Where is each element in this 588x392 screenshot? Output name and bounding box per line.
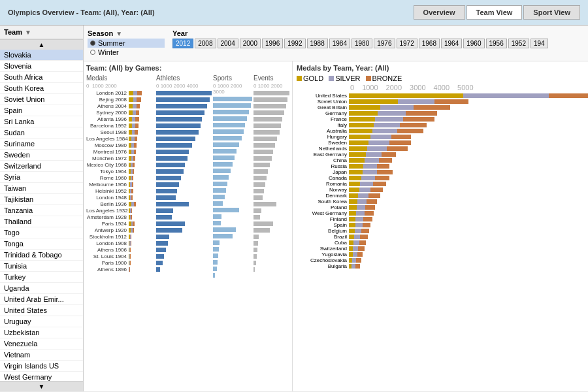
year-chip[interactable]: 1992 xyxy=(284,39,305,48)
bar-row: Amsterdam 1928 xyxy=(86,214,155,220)
medal-bar-row: Yugoslavia xyxy=(297,252,584,257)
sport-bar-row xyxy=(213,188,252,193)
medal-bar-row: Bulgaria xyxy=(297,263,584,269)
medal-bar-row: Netherlands xyxy=(297,146,584,151)
medal-bar-row: Switzerland xyxy=(297,246,584,251)
year-chip[interactable]: 1972 xyxy=(397,39,417,48)
bar-row: Tokyo 1964 xyxy=(86,169,155,174)
medal-bar-row: France xyxy=(297,116,584,122)
event-bar-row xyxy=(253,188,289,194)
medal-bar-row: China xyxy=(297,157,584,163)
athlete-bar-row xyxy=(156,182,212,188)
team-item[interactable]: Tonga xyxy=(0,238,83,250)
team-item[interactable]: Suriname xyxy=(0,139,83,150)
athlete-bar-row xyxy=(156,221,212,227)
medal-bar-row: Romania xyxy=(297,181,584,186)
nav-tabs: Overview Team View Sport View xyxy=(414,5,580,20)
sport-bar-row xyxy=(213,227,252,233)
season-summer[interactable]: Summer xyxy=(88,39,165,48)
scrollbar-down[interactable]: ▼ xyxy=(0,381,83,391)
filter-icon[interactable]: ▼ xyxy=(25,29,31,36)
season-label: Season xyxy=(88,29,113,37)
year-chip[interactable]: 2008 xyxy=(195,39,216,48)
team-list-scroll[interactable]: SlovakiaSloveniaSouth AfricaSouth KoreaS… xyxy=(0,50,83,381)
year-chip[interactable]: 1980 xyxy=(351,39,372,48)
sport-bar-row xyxy=(213,181,252,187)
team-item[interactable]: Vietnam xyxy=(0,350,83,361)
year-chip[interactable]: 1988 xyxy=(307,39,328,48)
bar-row: Bejing 2008 xyxy=(86,97,155,103)
team-item[interactable]: United States xyxy=(0,305,83,316)
team-item[interactable]: South Korea xyxy=(0,83,83,94)
medal-bar-row: Finland xyxy=(297,216,584,221)
year-chip[interactable]: 1956 xyxy=(486,39,507,48)
season-filter-icon[interactable]: ▼ xyxy=(116,30,122,37)
team-item[interactable]: West Germany xyxy=(0,372,83,381)
team-item[interactable]: Sudan xyxy=(0,127,83,139)
team-item[interactable]: Sweden xyxy=(0,150,83,161)
team-item[interactable]: Tunisia xyxy=(0,261,83,272)
team-item[interactable]: Uruguay xyxy=(0,316,83,327)
team-item[interactable]: United Arab Emir... xyxy=(0,294,83,305)
athlete-bar-row xyxy=(156,260,212,266)
year-chip[interactable]: 2000 xyxy=(240,39,261,48)
team-item[interactable]: Trinidad & Tobago xyxy=(0,250,83,261)
season-winter[interactable]: Winter xyxy=(88,48,165,57)
team-item[interactable]: Togo xyxy=(0,227,83,238)
athlete-bar-row xyxy=(156,188,212,194)
year-chip[interactable]: 1964 xyxy=(441,39,462,48)
medal-bar-row: Czechoslovakia xyxy=(297,257,584,263)
year-chip[interactable]: 1952 xyxy=(508,39,529,48)
team-item[interactable]: Tajikistan xyxy=(0,194,83,205)
team-item[interactable]: Turkey xyxy=(0,272,83,283)
tab-overview[interactable]: Overview xyxy=(414,5,465,20)
event-bar-row xyxy=(253,90,289,96)
year-chip[interactable]: 1960 xyxy=(463,39,484,48)
silver-legend-label: SILVER xyxy=(335,74,360,82)
team-item[interactable]: Sri Lanka xyxy=(0,116,83,127)
scrollbar-up[interactable]: ▲ xyxy=(0,39,83,50)
year-chip[interactable]: 1996 xyxy=(262,39,283,48)
medal-bar-row: Spain xyxy=(297,222,584,227)
team-item[interactable]: Soviet Union xyxy=(0,94,83,105)
sport-bar-row xyxy=(213,246,252,252)
year-chip[interactable]: 1976 xyxy=(374,39,395,48)
team-item[interactable]: Tanzania xyxy=(0,205,83,216)
team-item[interactable]: Virgin Islands US xyxy=(0,361,83,372)
team-item[interactable]: Thailand xyxy=(0,216,83,227)
event-bar-row xyxy=(253,214,289,220)
athlete-bar-row xyxy=(156,253,212,259)
year-chip[interactable]: 1984 xyxy=(329,39,350,48)
team-item[interactable]: South Africa xyxy=(0,72,83,83)
sport-bar-row xyxy=(213,155,252,161)
sport-bar-row xyxy=(213,135,252,141)
year-label: Year xyxy=(172,29,188,37)
team-item[interactable]: Uzbekistan xyxy=(0,327,83,338)
event-bar-row xyxy=(253,116,289,122)
athlete-bar-row xyxy=(156,129,212,135)
medal-bar-row: Sweden xyxy=(297,140,584,145)
athlete-bar-row xyxy=(156,247,212,253)
year-chip[interactable]: 1968 xyxy=(419,39,440,48)
team-item[interactable]: Venezuela xyxy=(0,338,83,350)
year-chip[interactable]: 2012 xyxy=(172,39,193,48)
team-item[interactable]: Uganda xyxy=(0,283,83,294)
bar-row: Sydney 2000 xyxy=(86,110,155,116)
tab-sport-view[interactable]: Sport View xyxy=(523,5,580,20)
year-chip[interactable]: 194 xyxy=(531,39,548,48)
team-item[interactable]: Slovakia xyxy=(0,50,83,61)
team-item[interactable]: Syria xyxy=(0,172,83,183)
athlete-bar-row xyxy=(156,240,212,246)
bar-row: Paris 1924 xyxy=(86,221,155,227)
year-chip[interactable]: 2004 xyxy=(218,39,238,48)
event-bar-row xyxy=(253,162,289,168)
athlete-bar-row xyxy=(156,208,212,214)
bar-row: Stockholm 1912 xyxy=(86,234,155,240)
event-bar-row xyxy=(253,123,289,129)
event-bar-row xyxy=(253,260,289,266)
team-item[interactable]: Switzerland xyxy=(0,161,83,172)
team-item[interactable]: Slovenia xyxy=(0,61,83,72)
team-item[interactable]: Taiwan xyxy=(0,183,83,194)
tab-team-view[interactable]: Team View xyxy=(466,5,523,20)
team-item[interactable]: Spain xyxy=(0,105,83,116)
